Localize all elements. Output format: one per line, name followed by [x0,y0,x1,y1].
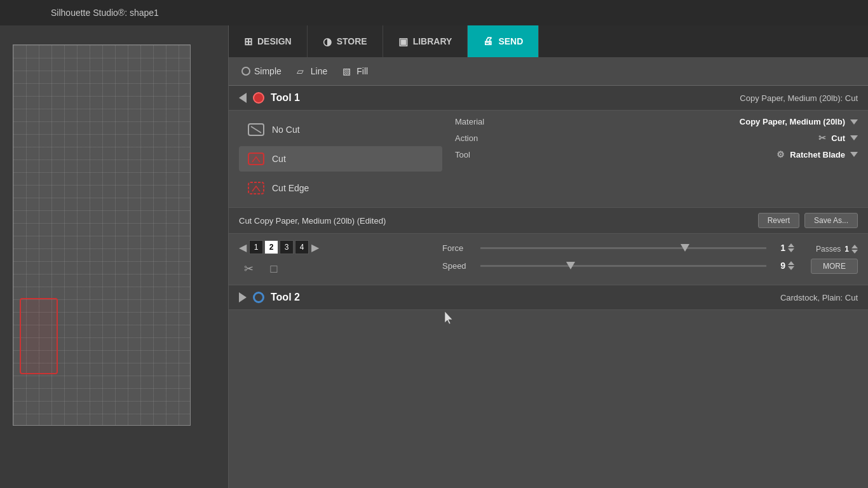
cut-icon [247,151,266,166]
speed-arrows [788,261,794,270]
tool-label: Tool [455,150,470,159]
speed-slider[interactable] [480,259,766,272]
revert-button[interactable]: Revert [758,213,799,228]
no-cut-icon [247,122,266,137]
mode-row: Simple ▱ Line ▧ Fill [229,57,868,86]
mode-line[interactable]: ▱ Line [294,65,327,78]
speed-thumb [566,262,575,269]
tool1-material-summary: Copy Paper, Medium (20lb): Cut [740,93,858,103]
tool1-header: Tool 1 Copy Paper, Medium (20lb): Cut [229,86,868,111]
tool2-header-left: Tool 2 [239,292,300,303]
title-bar: Silhouette Studio®: shape1 [0,0,868,25]
tab-library-label: LIBRARY [413,36,452,46]
tool2-expand-button[interactable] [239,292,247,302]
window-title: Silhouette Studio®: shape1 [51,8,159,18]
cut-options-area: No Cut Cut [229,111,868,208]
tool-row: Tool ⚙ Ratchet Blade [455,149,858,159]
tab-send[interactable]: 🖨 SEND [468,25,539,57]
cut-edge-label: Cut Edge [272,183,309,193]
preset-row: Cut Copy Paper, Medium (20lb) (Edited) R… [229,208,868,234]
passes-label: Passes [816,245,841,254]
passes-more: Passes 1 MORE [794,245,858,274]
force-down[interactable] [788,248,794,252]
blade-next[interactable]: ▶ [311,241,319,254]
tab-send-label: SEND [498,36,523,46]
passes-box: Passes 1 [816,245,858,254]
speed-track [480,265,766,267]
force-slider[interactable] [480,241,766,254]
scissors-icon: ✂ [239,259,258,278]
blade-prev[interactable]: ◀ [239,241,247,254]
option-no-cut[interactable]: No Cut [239,117,442,142]
params-right: Force 1 Sp [430,241,794,277]
action-value-text: Cut [831,133,845,143]
ratchet-icon: ⚙ [776,149,785,159]
speed-value-box: 9 [773,261,794,271]
force-thumb [681,244,689,252]
tool2-header: Tool 2 Cardstock, Plain: Cut [229,285,868,310]
blade-num-3[interactable]: 3 [280,240,294,254]
mode-simple[interactable]: Simple [241,66,281,76]
action-value-group: ✂ Cut [818,133,858,143]
svg-line-1 [251,126,261,133]
tool1-header-left: Tool 1 [239,92,300,104]
canvas-shape [20,298,58,374]
tool-icons-row: ✂ □ [239,259,430,278]
force-value: 1 [773,243,785,253]
tab-design-label: DESIGN [257,36,292,46]
material-dropdown[interactable] [850,119,858,125]
mode-simple-radio[interactable] [241,67,250,76]
force-arrows [788,243,794,252]
store-icon: ◑ [323,36,332,48]
blade-num-4[interactable]: 4 [295,240,309,254]
mode-line-label: Line [311,66,327,76]
blade-num-2[interactable]: 2 [264,240,278,254]
action-label: Action [455,133,478,143]
tool2-title: Tool 2 [271,292,300,303]
tab-store[interactable]: ◑ STORE [308,25,383,57]
params-row: ◀ 1 2 3 4 ▶ ✂ □ Force [229,234,868,285]
tool1-collapse-button[interactable] [239,93,247,103]
speed-row: Speed 9 [442,259,794,272]
tool2-indicator [253,292,264,303]
tab-library[interactable]: ▣ LIBRARY [383,25,468,57]
no-cut-label: No Cut [272,125,300,135]
mode-simple-label: Simple [254,66,281,76]
blade-numbers: 1 2 3 4 [249,240,309,254]
tool-dropdown[interactable] [850,152,858,157]
passes-value-group: 1 [844,245,858,254]
passes-up[interactable] [851,245,858,248]
save-as-button[interactable]: Save As... [804,213,858,228]
canvas-inner [13,44,191,426]
material-row: Material Copy Paper, Medium (20lb) [455,117,858,126]
force-track [480,247,766,249]
speed-value: 9 [773,261,785,271]
tool-value-group: ⚙ Ratchet Blade [776,149,858,159]
speed-up[interactable] [788,261,794,265]
tool1-section: Tool 1 Copy Paper, Medium (20lb): Cut No… [229,86,868,285]
tool2-section: Tool 2 Cardstock, Plain: Cut [229,285,868,310]
square-icon: □ [264,259,283,278]
fill-icon: ▧ [340,65,353,78]
canvas-area [0,25,229,488]
tab-design[interactable]: ⊞ DESIGN [229,25,308,57]
force-row: Force 1 [442,241,794,254]
mode-fill[interactable]: ▧ Fill [340,65,368,78]
more-button[interactable]: MORE [811,259,858,274]
svg-rect-2 [248,153,264,165]
main-panel: Simple ▱ Line ▧ Fill Tool 1 Copy Paper, … [229,57,868,488]
line-icon: ▱ [294,65,307,78]
force-up[interactable] [788,243,794,247]
material-value-group: Copy Paper, Medium (20lb) [740,117,858,126]
passes-down[interactable] [851,250,858,254]
option-cut[interactable]: Cut [239,146,442,172]
material-settings: Material Copy Paper, Medium (20lb) Actio… [442,117,858,201]
tool2-material-summary: Cardstock, Plain: Cut [780,293,858,302]
option-cut-edge[interactable]: Cut Edge [239,175,442,201]
preset-buttons: Revert Save As... [758,213,858,228]
action-dropdown[interactable] [850,135,858,140]
cut-label: Cut [272,154,286,164]
speed-down[interactable] [788,266,794,270]
action-icon: ✂ [818,133,826,143]
blade-num-1[interactable]: 1 [249,240,263,254]
